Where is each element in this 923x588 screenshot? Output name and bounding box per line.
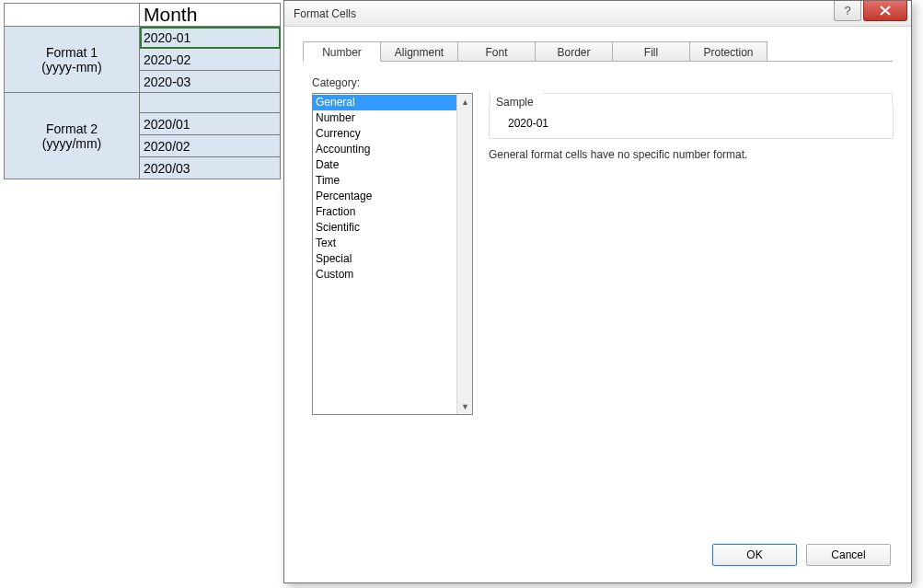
dialog-title: Format Cells [284, 7, 356, 20]
close-icon [880, 6, 891, 16]
scroll-up-icon[interactable]: ▲ [457, 94, 473, 110]
category-item-fraction[interactable]: Fraction [313, 204, 456, 220]
help-button[interactable]: ? [834, 1, 861, 21]
tab-alignment[interactable]: Alignment [380, 41, 458, 62]
cell-format1-0[interactable]: 2020-01 [140, 27, 281, 49]
format1-line1: Format 1 [8, 45, 135, 60]
cancel-button[interactable]: Cancel [806, 544, 891, 566]
category-item-general[interactable]: General [313, 95, 456, 110]
category-item-accounting[interactable]: Accounting [313, 142, 456, 157]
scroll-down-icon[interactable]: ▼ [457, 398, 473, 414]
tab-fill[interactable]: Fill [612, 41, 690, 62]
ok-button[interactable]: OK [712, 544, 797, 566]
help-icon: ? [844, 4, 850, 17]
cell-format1-1[interactable]: 2020-02 [140, 49, 281, 71]
category-item-time[interactable]: Time [313, 173, 456, 189]
category-listbox[interactable]: General Number Currency Accounting Date … [312, 93, 473, 415]
cell-format2-1[interactable]: 2020/02 [140, 135, 281, 157]
category-item-custom[interactable]: Custom [313, 267, 456, 282]
format-description: General format cells have no specific nu… [489, 148, 747, 161]
format-cells-dialog: Format Cells ? Number Alignment Font Bor… [283, 0, 912, 583]
category-item-special[interactable]: Special [313, 251, 456, 267]
tab-number[interactable]: Number [303, 41, 381, 62]
row-header-format2[interactable]: Format 2 (yyyy/mm) [5, 93, 140, 179]
cell-format1-2[interactable]: 2020-03 [140, 71, 281, 93]
category-item-scientific[interactable]: Scientific [313, 220, 456, 236]
cell-gap[interactable] [140, 93, 281, 113]
header-blank [5, 4, 140, 27]
category-label: Category: [312, 76, 360, 89]
tab-protection[interactable]: Protection [689, 41, 767, 62]
category-item-date[interactable]: Date [313, 157, 456, 173]
sample-box: 2020-01 [489, 104, 894, 139]
header-month[interactable]: Month [140, 4, 281, 27]
format2-line2: (yyyy/mm) [8, 136, 135, 151]
sample-value: 2020-01 [508, 117, 548, 130]
row-header-format1[interactable]: Format 1 (yyyy-mm) [5, 27, 140, 93]
close-button[interactable] [863, 1, 907, 21]
tab-font[interactable]: Font [457, 41, 536, 62]
category-item-percentage[interactable]: Percentage [313, 189, 456, 204]
titlebar[interactable]: Format Cells ? [284, 1, 911, 27]
cell-format2-2[interactable]: 2020/03 [140, 157, 281, 179]
tab-separator [303, 61, 893, 62]
listbox-scrollbar[interactable]: ▲ ▼ [456, 94, 472, 414]
format1-line2: (yyyy-mm) [8, 60, 135, 75]
cell-format2-0[interactable]: 2020/01 [140, 113, 281, 135]
category-item-currency[interactable]: Currency [313, 126, 456, 142]
category-item-text[interactable]: Text [313, 236, 456, 251]
tab-border[interactable]: Border [535, 41, 613, 62]
category-item-number[interactable]: Number [313, 110, 456, 126]
tab-strip: Number Alignment Font Border Fill Protec… [303, 41, 911, 62]
format2-line1: Format 2 [8, 121, 135, 136]
spreadsheet-table: Month Format 1 (yyyy-mm) 2020-01 2020-02… [4, 3, 281, 179]
